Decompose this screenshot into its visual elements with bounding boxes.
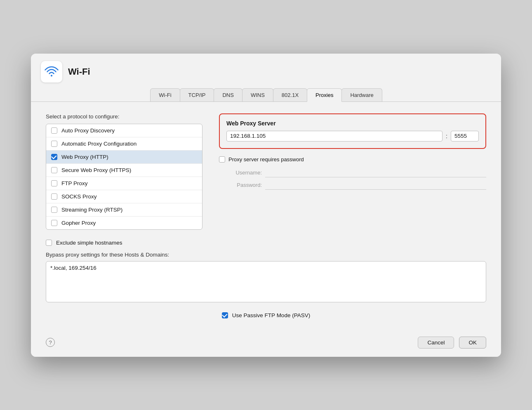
- protocol-item-secure-web-proxy[interactable]: Secure Web Proxy (HTTPS): [46, 164, 202, 177]
- checkbox-socks-proxy[interactable]: [51, 193, 57, 200]
- tab-8021x[interactable]: 802.1X: [273, 88, 307, 101]
- username-input[interactable]: [265, 168, 486, 177]
- checkbox-exclude-hostnames[interactable]: [46, 240, 52, 246]
- right-panel: Web Proxy Server : Proxy server requires…: [219, 113, 486, 230]
- protocol-label-web-proxy: Web Proxy (HTTP): [61, 154, 108, 160]
- password-label: Proxy server requires password: [228, 156, 304, 163]
- username-row: Username:: [229, 168, 486, 177]
- tab-bar: Wi-Fi TCP/IP DNS WINS 802.1X Proxies Har…: [31, 88, 501, 102]
- checkbox-ftp-proxy[interactable]: [51, 180, 57, 186]
- exclude-label: Exclude simple hostnames: [56, 240, 122, 246]
- protocol-label-gopher-proxy: Gopher Proxy: [61, 220, 96, 226]
- bypass-textarea[interactable]: [46, 261, 486, 302]
- tab-wins[interactable]: WINS: [242, 88, 273, 101]
- protocol-label-secure-web-proxy: Secure Web Proxy (HTTPS): [61, 167, 131, 173]
- titlebar: Wi-Fi: [31, 54, 501, 88]
- protocol-item-socks-proxy[interactable]: SOCKS Proxy: [46, 190, 202, 203]
- bypass-label: Bypass proxy settings for these Hosts & …: [46, 252, 486, 258]
- checkbox-streaming-proxy[interactable]: [51, 207, 57, 213]
- protocol-item-gopher-proxy[interactable]: Gopher Proxy: [46, 217, 202, 229]
- cancel-button[interactable]: Cancel: [418, 337, 454, 349]
- protocol-label-auto-discovery: Auto Proxy Discovery: [61, 127, 115, 134]
- password-input[interactable]: [265, 181, 486, 190]
- tab-wifi[interactable]: Wi-Fi: [150, 88, 180, 101]
- footer: ? Cancel OK: [31, 331, 501, 357]
- protocol-item-auto-config[interactable]: Automatic Proxy Configuration: [46, 137, 202, 151]
- tab-proxies[interactable]: Proxies: [307, 88, 342, 102]
- password-field-row: Password:: [229, 181, 486, 190]
- protocol-item-ftp-proxy[interactable]: FTP Proxy: [46, 177, 202, 190]
- ok-button[interactable]: OK: [459, 337, 486, 349]
- password-field-label: Password:: [229, 182, 262, 188]
- credentials-section: Username: Password:: [219, 168, 486, 190]
- proxy-server-inputs: :: [226, 131, 479, 141]
- protocol-label: Select a protocol to configure:: [46, 113, 202, 120]
- svg-point-0: [51, 75, 52, 76]
- protocol-label-streaming-proxy: Streaming Proxy (RTSP): [61, 207, 122, 213]
- password-row: Proxy server requires password: [219, 156, 486, 163]
- tab-hardware[interactable]: Hardware: [341, 88, 382, 101]
- proxy-port-input[interactable]: [451, 131, 479, 141]
- protocol-label-ftp-proxy: FTP Proxy: [61, 180, 88, 186]
- tab-tcpip[interactable]: TCP/IP: [180, 88, 214, 101]
- colon-separator: :: [446, 133, 447, 139]
- left-panel: Select a protocol to configure: Auto Pro…: [46, 113, 202, 230]
- checkbox-requires-password[interactable]: [219, 156, 225, 163]
- network-preferences-window: Wi-Fi Wi-Fi TCP/IP DNS WINS 802.1X Proxi…: [31, 54, 501, 357]
- checkbox-web-proxy[interactable]: [51, 154, 57, 160]
- protocol-item-streaming-proxy[interactable]: Streaming Proxy (RTSP): [46, 203, 202, 217]
- window-title: Wi-Fi: [68, 66, 90, 77]
- proxy-server-box: Web Proxy Server :: [219, 113, 486, 149]
- content-area: Select a protocol to configure: Auto Pro…: [31, 102, 501, 331]
- proxy-ip-input[interactable]: [226, 131, 443, 141]
- bottom-section: Exclude simple hostnames Bypass proxy se…: [46, 240, 486, 318]
- exclude-row: Exclude simple hostnames: [46, 240, 486, 246]
- username-label: Username:: [229, 170, 262, 176]
- tab-dns[interactable]: DNS: [214, 88, 242, 101]
- checkbox-pasv[interactable]: [222, 312, 228, 318]
- protocol-item-web-proxy[interactable]: Web Proxy (HTTP): [46, 151, 202, 164]
- checkbox-auto-config[interactable]: [51, 141, 57, 147]
- proxy-server-title: Web Proxy Server: [226, 120, 479, 127]
- protocol-label-socks-proxy: SOCKS Proxy: [61, 193, 97, 200]
- checkbox-auto-discovery[interactable]: [51, 127, 57, 134]
- checkbox-secure-web-proxy[interactable]: [51, 167, 57, 173]
- protocol-list: Auto Proxy Discovery Automatic Proxy Con…: [46, 124, 202, 230]
- wifi-icon: [41, 61, 62, 82]
- protocol-item-auto-discovery[interactable]: Auto Proxy Discovery: [46, 124, 202, 137]
- content-inner: Select a protocol to configure: Auto Pro…: [46, 113, 486, 230]
- pasv-label: Use Passive FTP Mode (PASV): [232, 312, 310, 318]
- pasv-row: Use Passive FTP Mode (PASV): [46, 312, 486, 318]
- help-button[interactable]: ?: [46, 338, 55, 347]
- checkbox-gopher-proxy[interactable]: [51, 220, 57, 226]
- footer-buttons: Cancel OK: [418, 337, 486, 349]
- protocol-label-auto-config: Automatic Proxy Configuration: [61, 141, 137, 147]
